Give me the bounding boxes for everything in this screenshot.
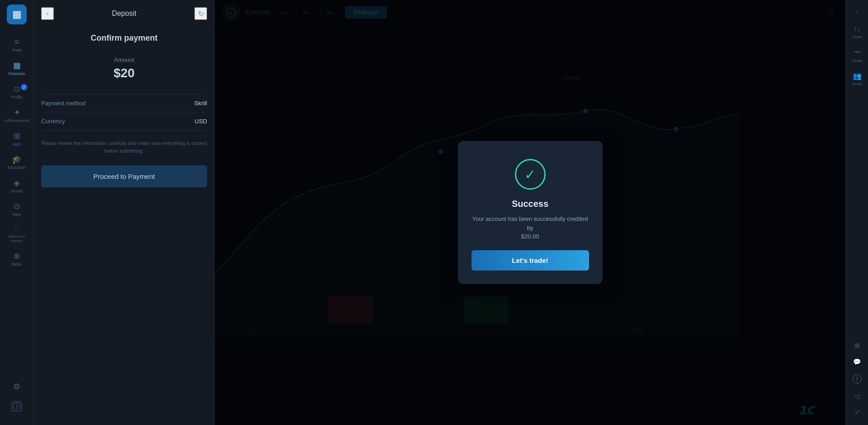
success-modal: ✓ Success Your account has been successf… bbox=[458, 141, 603, 284]
rs-top-arrow[interactable]: ↑ bbox=[846, 5, 868, 21]
sidebar-item-label: Battle bbox=[11, 262, 22, 266]
confirm-payment-title: Confirm payment bbox=[41, 33, 207, 43]
checkmark-icon: ✓ bbox=[524, 167, 536, 182]
payment-method-value: Skrill bbox=[194, 100, 207, 107]
app-logo[interactable]: ▦ bbox=[7, 5, 27, 24]
payment-method-row: Payment method Skrill bbox=[41, 94, 207, 112]
rs-deals-label: Deals bbox=[852, 35, 861, 39]
trade-icon: ≡ bbox=[14, 38, 19, 46]
finances-icon: ▦ bbox=[13, 61, 21, 70]
proceed-to-payment-button[interactable]: Proceed to Payment bbox=[41, 165, 207, 187]
left-sidebar: ▦ ≡ Trade ▦ Finances ⊙ Profile 7 ✦ Achie… bbox=[0, 0, 34, 425]
modal-message: Your account has been successfully credi… bbox=[472, 215, 589, 241]
chart-area: $ EUR/USD 1m 5m 15m Finances bbox=[215, 0, 845, 425]
rs-trends[interactable]: 〜 Trends bbox=[846, 43, 868, 67]
help2-icon: ? bbox=[853, 374, 862, 383]
sidebar-item-info[interactable]: ⓘ bbox=[12, 397, 22, 416]
main-content: ‹ Deposit ↻ Confirm payment Amount $20 P… bbox=[34, 0, 868, 425]
review-text: Please review the information carefully … bbox=[41, 140, 207, 154]
profile-badge: 7 bbox=[21, 84, 27, 90]
modal-title: Success bbox=[512, 199, 548, 209]
rs-chat[interactable]: 💬 bbox=[846, 354, 868, 370]
sidebar-item-label: Apps bbox=[12, 142, 22, 146]
sidebar-item-label: Achievements bbox=[4, 118, 30, 123]
achievements-icon: ✦ bbox=[14, 108, 20, 117]
info-icon: ⓘ bbox=[12, 402, 22, 411]
rs-social-label: Social bbox=[852, 82, 862, 86]
currency-value: USD bbox=[195, 118, 207, 125]
profile-icon: ⊙ bbox=[14, 85, 20, 93]
deposit-back-button[interactable]: ‹ bbox=[41, 7, 54, 20]
sidebar-bottom: ⚙ ⓘ bbox=[12, 378, 22, 420]
sidebar-item-label: Profile bbox=[11, 95, 23, 99]
rs-trends-label: Trends bbox=[851, 59, 863, 63]
success-icon-circle: ✓ bbox=[515, 159, 546, 190]
apps-icon: ⊞ bbox=[14, 132, 20, 140]
sidebar-item-label: Education bbox=[8, 165, 26, 170]
right-sidebar: ↑ ↑↓ Deals 〜 Trends 👥 Social ⊞ 💬 ? ◁ ⤢ bbox=[845, 0, 868, 425]
sidebar-item-assets[interactable]: ◈ Assets bbox=[0, 174, 33, 198]
sidebar-item-education[interactable]: 🎓 Education bbox=[0, 151, 33, 174]
rs-expand[interactable]: ⤢ bbox=[846, 404, 868, 420]
deals-icon: ↑↓ bbox=[854, 25, 861, 33]
sidebar-item-label: Become aPartner bbox=[9, 234, 25, 243]
assets-icon: ◈ bbox=[14, 179, 20, 187]
sidebar-item-finances[interactable]: ▦ Finances bbox=[0, 57, 33, 80]
education-icon: 🎓 bbox=[12, 155, 22, 163]
payment-method-label: Payment method bbox=[41, 100, 85, 107]
battle-icon: ⊗ bbox=[14, 252, 20, 260]
sidebar-item-label: Help bbox=[13, 212, 21, 217]
sidebar-item-battle[interactable]: ⊗ Battle bbox=[0, 248, 33, 271]
deposit-refresh-button[interactable]: ↻ bbox=[194, 7, 207, 20]
sidebar-item-label: Finances bbox=[9, 71, 25, 76]
sidebar-item-label: Trade bbox=[11, 48, 22, 52]
deposit-title: Deposit bbox=[112, 9, 136, 18]
layout-icon: ⊞ bbox=[854, 342, 860, 349]
chat-icon: 💬 bbox=[853, 358, 861, 365]
volume-icon: ◁ bbox=[854, 392, 859, 400]
currency-row: Currency USD bbox=[41, 112, 207, 131]
rs-help[interactable]: ? bbox=[846, 370, 868, 388]
deposit-panel: ‹ Deposit ↻ Confirm payment Amount $20 P… bbox=[34, 0, 215, 425]
modal-backdrop: ✓ Success Your account has been successf… bbox=[215, 0, 845, 425]
sidebar-item-settings[interactable]: ⚙ bbox=[12, 378, 22, 395]
sidebar-item-achievements[interactable]: ✦ Achievements bbox=[0, 104, 33, 127]
sidebar-item-help[interactable]: ⊙ Help bbox=[0, 198, 33, 221]
rs-social[interactable]: 👥 Social bbox=[846, 67, 868, 90]
amount-label: Amount bbox=[41, 56, 207, 63]
sidebar-item-partner[interactable]: ♡ Become aPartner bbox=[0, 221, 33, 248]
rs-volume[interactable]: ◁ bbox=[846, 388, 868, 404]
sidebar-item-label: Assets bbox=[10, 189, 23, 193]
sidebar-item-profile[interactable]: ⊙ Profile 7 bbox=[0, 80, 33, 104]
trends-icon: 〜 bbox=[854, 48, 861, 57]
logo-icon: ▦ bbox=[12, 9, 22, 20]
rs-layout[interactable]: ⊞ bbox=[846, 337, 868, 354]
settings-icon: ⚙ bbox=[13, 383, 20, 391]
sidebar-item-apps[interactable]: ⊞ Apps bbox=[0, 127, 33, 151]
expand-icon: ⤢ bbox=[854, 409, 860, 416]
partner-icon: ♡ bbox=[14, 226, 20, 233]
help-icon: ⊙ bbox=[14, 202, 20, 210]
social-icon: 👥 bbox=[853, 72, 862, 80]
lets-trade-button[interactable]: Let's trade! bbox=[472, 250, 589, 271]
sidebar-item-trade[interactable]: ≡ Trade bbox=[0, 33, 33, 57]
currency-label: Currency bbox=[41, 118, 65, 125]
deposit-header: ‹ Deposit ↻ bbox=[41, 7, 207, 20]
amount-value: $20 bbox=[41, 66, 207, 80]
rs-deals[interactable]: ↑↓ Deals bbox=[846, 21, 868, 43]
